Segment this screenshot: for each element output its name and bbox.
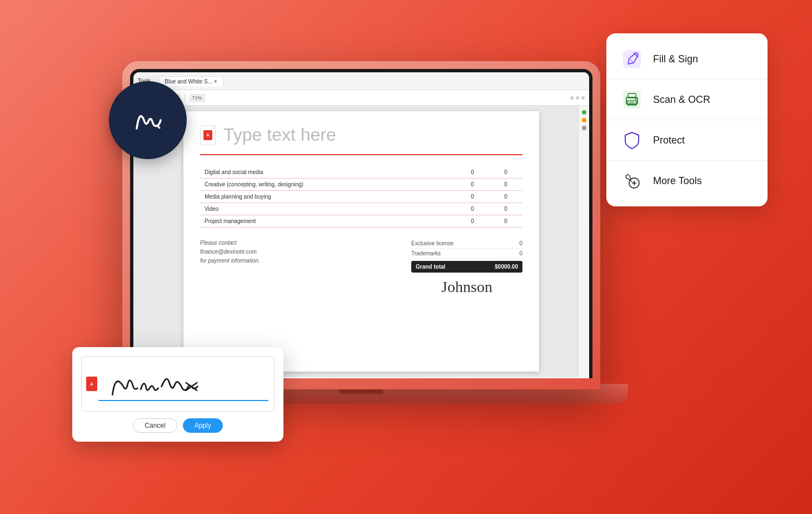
grand-total-value: $0000.00: [495, 264, 518, 270]
table-cell-col2: 0: [456, 203, 489, 215]
sidebar-dot-gray: [582, 126, 586, 130]
table-cell-desc: Project management: [200, 215, 456, 228]
pdf-toolbar: Tools Blue and White S... ×: [133, 72, 589, 90]
svg-point-7: [635, 98, 637, 100]
table-cell-desc: Digital and social media: [200, 166, 456, 179]
table-cell-desc: Video: [200, 203, 456, 215]
table-row: Project management 0 0: [200, 215, 522, 228]
pdf-bottom: Please contact finance@dexinote.com for …: [200, 239, 522, 296]
signature-area: Johnson: [411, 278, 522, 296]
table-cell-col3: 0: [489, 179, 522, 191]
pdf-sidebar: [578, 106, 589, 377]
table-row: Video 0 0: [200, 203, 522, 215]
tool-item-protect[interactable]: Protect: [606, 120, 768, 161]
scan-ocr-label: Scan & OCR: [653, 94, 710, 106]
tool-item-more-tools[interactable]: More Tools: [606, 161, 768, 201]
more-tools-label: More Tools: [653, 175, 702, 187]
trademarks-label: Trademarks: [411, 250, 441, 256]
pdf-tab[interactable]: Blue and White S... ×: [158, 76, 223, 86]
logo-icon: [128, 103, 167, 137]
tool-item-scan-ocr[interactable]: Scan & OCR: [606, 80, 768, 120]
sig-drawing: [82, 357, 274, 411]
totals-section: Exclusive license 0 Trademarks 0 Grand t…: [411, 239, 522, 296]
table-cell-col3: 0: [489, 191, 522, 203]
pdf-table: Digital and social media 0 0 Creative (c…: [200, 166, 522, 228]
zoom-level[interactable]: 71%: [190, 94, 205, 102]
protect-icon: [622, 130, 642, 150]
table-cell-col2: 0: [456, 191, 489, 203]
toolbar-sep-2: [185, 93, 185, 102]
toolbar-dot-6: [581, 96, 585, 100]
table-row: Digital and social media 0 0: [200, 166, 522, 179]
sig-underline: [98, 400, 268, 401]
exclusive-license-row: Exclusive license 0: [411, 239, 522, 249]
signature-dialog: A Cancel Apply: [72, 347, 283, 442]
more-tools-icon: [622, 171, 642, 191]
scan-ocr-icon-wrap: [620, 87, 644, 112]
pdf-content: Type text here Digital and social media …: [133, 106, 589, 377]
pdf-page: Type text here Digital and social media …: [183, 111, 539, 372]
fill-sign-label: Fill & Sign: [653, 53, 698, 65]
table-cell-col3: 0: [489, 166, 522, 179]
grand-total-label: Grand total: [416, 264, 445, 270]
protect-icon-wrap: [620, 128, 644, 152]
protect-label: Protect: [653, 135, 685, 146]
table-cell-col3: 0: [489, 215, 522, 228]
toolbar-dot-4: [570, 96, 574, 100]
trademarks-row: Trademarks 0: [411, 249, 522, 259]
more-tools-icon-wrap: [620, 169, 644, 193]
laptop-screen-bezel: Tools Blue and White S... × 4 / 19 71%: [130, 69, 592, 378]
tools-card: Fill & Sign Scan & OCR Protect: [606, 33, 768, 206]
logo-circle: [109, 81, 187, 159]
exclusive-license-value: 0: [519, 240, 522, 246]
exclusive-license-label: Exclusive license: [411, 240, 454, 246]
type-text-area[interactable]: Type text here: [200, 125, 522, 145]
red-underline: [200, 154, 522, 155]
laptop-shell: Tools Blue and White S... × 4 / 19 71%: [122, 61, 600, 389]
scan-ocr-icon: [621, 89, 642, 110]
svg-rect-0: [623, 50, 641, 68]
table-cell-col2: 0: [456, 215, 489, 228]
acrobat-icon: [200, 125, 216, 145]
signature-text: Johnson: [441, 278, 492, 295]
placeholder-text: Type text here: [223, 125, 336, 145]
sidebar-dot-green: [582, 110, 586, 115]
sig-buttons: Cancel Apply: [81, 418, 275, 433]
table-cell-col3: 0: [489, 203, 522, 215]
grand-total-row: Grand total $0000.00: [411, 261, 522, 273]
fill-sign-icon-wrap: [620, 47, 644, 71]
contact-info: Please contact finance@dexinote.com for …: [200, 239, 260, 265]
pdf-toolbar-row2: 4 / 19 71%: [133, 90, 589, 106]
fill-sign-icon: [621, 48, 642, 70]
table-cell-col2: 0: [456, 179, 489, 191]
sidebar-dot-orange: [582, 118, 586, 122]
toolbar-dot-5: [576, 96, 579, 100]
table-cell-col2: 0: [456, 166, 489, 179]
table-cell-desc: Creative (concepting, writing, designing…: [200, 179, 456, 191]
tool-item-fill-sign[interactable]: Fill & Sign: [606, 39, 768, 80]
trademarks-value: 0: [519, 250, 522, 256]
laptop-screen: Tools Blue and White S... × 4 / 19 71%: [133, 72, 589, 378]
sig-cancel-button[interactable]: Cancel: [133, 418, 177, 433]
table-cell-desc: Media planning and buying: [200, 191, 456, 203]
sig-apply-button[interactable]: Apply: [183, 418, 223, 433]
table-row: Creative (concepting, writing, designing…: [200, 179, 522, 191]
sig-canvas-area[interactable]: A: [81, 356, 275, 412]
table-row: Media planning and buying 0 0: [200, 191, 522, 203]
